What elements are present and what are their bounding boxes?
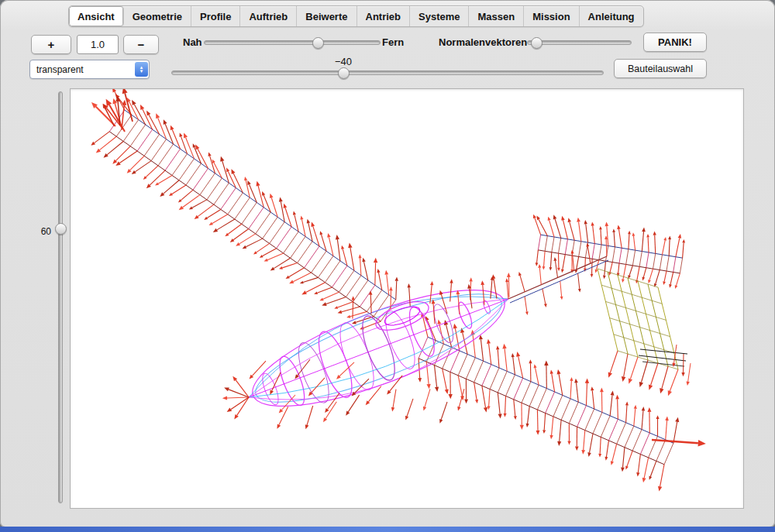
normals-slider[interactable] [527, 36, 632, 48]
zoom-in-button[interactable]: + [31, 35, 71, 54]
angle-value-label: −40 [320, 56, 367, 67]
normals-label: Normalenvektoren [439, 36, 527, 48]
tab-beiwerte[interactable]: Beiwerte [297, 6, 356, 26]
angle-slider[interactable] [171, 67, 604, 78]
zoom-factor-field[interactable]: 1.0 [77, 35, 119, 54]
app-window: Ansicht Geometrie Profile Auftrieb Beiwe… [0, 0, 775, 527]
angle-slider-track[interactable] [171, 70, 604, 75]
background-strip [0, 527, 775, 532]
angle-slider-thumb[interactable] [338, 67, 350, 79]
tab-anleitung[interactable]: Anleitung [580, 6, 643, 26]
tab-massen[interactable]: Massen [469, 6, 524, 26]
panic-button[interactable]: PANIK! [643, 33, 707, 52]
model-canvas [70, 88, 744, 509]
tab-auftrieb[interactable]: Auftrieb [240, 6, 297, 26]
tab-bar: Ansicht Geometrie Profile Auftrieb Beiwe… [68, 5, 644, 27]
part-select-button[interactable]: Bauteilauswahl [614, 59, 707, 78]
elevation-slider[interactable] [54, 91, 66, 503]
tab-geometrie[interactable]: Geometrie [124, 6, 191, 26]
tab-mission[interactable]: Mission [524, 6, 579, 26]
far-label: Fern [382, 36, 404, 48]
aircraft-wireframe-viewport[interactable] [71, 89, 743, 508]
elevation-value-label: 60 [36, 226, 51, 237]
normals-slider-track[interactable] [527, 40, 632, 45]
elevation-slider-thumb[interactable] [55, 223, 67, 235]
view-mode-dropdown[interactable]: transparent ▲▼ [29, 60, 150, 79]
tab-ansicht[interactable]: Ansicht [69, 6, 124, 26]
near-far-slider-thumb[interactable] [312, 37, 324, 49]
tab-antrieb[interactable]: Antrieb [357, 6, 411, 26]
tab-systeme[interactable]: Systeme [410, 6, 469, 26]
normals-slider-thumb[interactable] [531, 37, 542, 49]
elevation-slider-track[interactable] [58, 91, 63, 503]
dropdown-arrows-icon: ▲▼ [135, 62, 148, 77]
zoom-out-button[interactable]: − [123, 35, 159, 54]
near-label: Nah [183, 36, 202, 48]
tab-profile[interactable]: Profile [191, 6, 240, 26]
view-mode-value: transparent [30, 64, 135, 75]
near-far-slider-track[interactable] [204, 40, 381, 45]
near-far-slider[interactable] [204, 36, 381, 48]
